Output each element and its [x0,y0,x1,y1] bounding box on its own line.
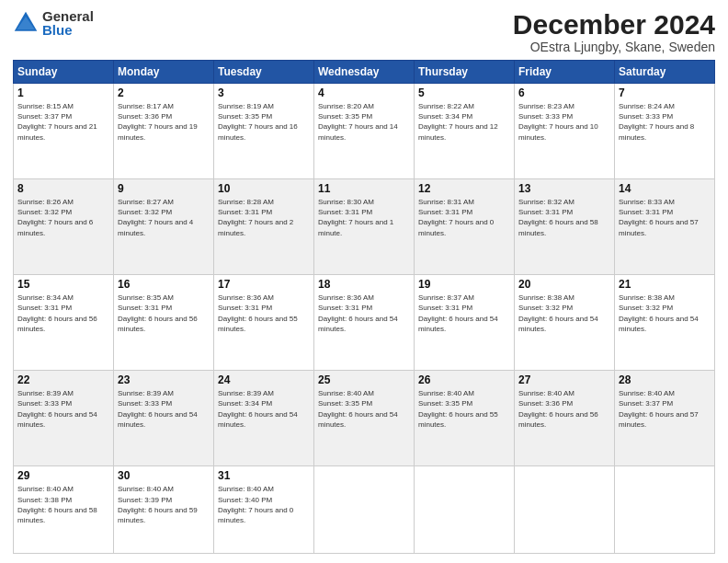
calendar-cell: 18Sunrise: 8:36 AMSunset: 3:31 PMDayligh… [314,275,415,371]
weekday-header-wednesday: Wednesday [314,61,415,84]
calendar-table: SundayMondayTuesdayWednesdayThursdayFrid… [13,60,715,554]
calendar-cell: 24Sunrise: 8:39 AMSunset: 3:34 PMDayligh… [214,371,314,466]
day-info: Sunrise: 8:17 AMSunset: 3:36 PMDaylight:… [118,101,210,143]
calendar-cell: 1Sunrise: 8:15 AMSunset: 3:37 PMDaylight… [14,84,114,179]
day-number: 17 [218,278,310,291]
day-number: 5 [418,86,510,99]
weekday-header-tuesday: Tuesday [214,61,314,84]
day-info: Sunrise: 8:40 AMSunset: 3:35 PMDaylight:… [318,388,410,430]
day-number: 30 [118,469,210,482]
calendar-cell: 23Sunrise: 8:39 AMSunset: 3:33 PMDayligh… [114,371,214,466]
calendar-cell: 30Sunrise: 8:40 AMSunset: 3:39 PMDayligh… [114,466,214,554]
day-number: 10 [218,182,310,195]
calendar-cell: 19Sunrise: 8:37 AMSunset: 3:31 PMDayligh… [415,275,515,371]
day-info: Sunrise: 8:24 AMSunset: 3:33 PMDaylight:… [619,101,711,143]
day-number: 14 [619,182,711,195]
calendar-cell: 2Sunrise: 8:17 AMSunset: 3:36 PMDaylight… [114,84,214,179]
day-info: Sunrise: 8:33 AMSunset: 3:31 PMDaylight:… [619,197,711,238]
day-number: 21 [619,278,711,291]
calendar-cell: 11Sunrise: 8:30 AMSunset: 3:31 PMDayligh… [314,179,415,275]
calendar-cell: 10Sunrise: 8:28 AMSunset: 3:31 PMDayligh… [214,179,314,275]
calendar-cell: 17Sunrise: 8:36 AMSunset: 3:31 PMDayligh… [214,275,314,371]
day-number: 6 [518,86,610,99]
day-number: 11 [318,182,410,195]
calendar-cell: 13Sunrise: 8:32 AMSunset: 3:31 PMDayligh… [515,179,615,275]
weekday-header-monday: Monday [114,61,214,84]
calendar-cell: 27Sunrise: 8:40 AMSunset: 3:36 PMDayligh… [515,371,615,466]
calendar-title: December 2024 [513,9,715,40]
calendar-cell [515,466,615,554]
day-number: 3 [218,86,310,99]
calendar-cell: 31Sunrise: 8:40 AMSunset: 3:40 PMDayligh… [214,466,314,554]
day-info: Sunrise: 8:31 AMSunset: 3:31 PMDaylight:… [418,197,510,238]
logo-general: General [42,9,94,23]
weekday-header-sunday: Sunday [14,61,114,84]
day-info: Sunrise: 8:35 AMSunset: 3:31 PMDaylight:… [118,293,210,334]
calendar-cell: 21Sunrise: 8:38 AMSunset: 3:32 PMDayligh… [615,275,715,371]
day-number: 12 [418,182,510,195]
logo-text: General Blue [42,9,94,37]
week-row-5: 29Sunrise: 8:40 AMSunset: 3:38 PMDayligh… [14,466,715,554]
calendar-cell: 26Sunrise: 8:40 AMSunset: 3:35 PMDayligh… [415,371,515,466]
day-info: Sunrise: 8:20 AMSunset: 3:35 PMDaylight:… [318,101,410,143]
day-number: 15 [17,278,109,291]
calendar-cell [615,466,715,554]
calendar-cell: 16Sunrise: 8:35 AMSunset: 3:31 PMDayligh… [114,275,214,371]
day-info: Sunrise: 8:15 AMSunset: 3:37 PMDaylight:… [17,101,109,143]
calendar-cell: 28Sunrise: 8:40 AMSunset: 3:37 PMDayligh… [615,371,715,466]
day-info: Sunrise: 8:36 AMSunset: 3:31 PMDaylight:… [318,293,410,334]
day-info: Sunrise: 8:40 AMSunset: 3:39 PMDaylight:… [118,484,210,525]
day-info: Sunrise: 8:28 AMSunset: 3:31 PMDaylight:… [218,197,310,238]
day-info: Sunrise: 8:27 AMSunset: 3:32 PMDaylight:… [118,197,210,238]
logo-icon [13,10,39,36]
calendar-cell: 20Sunrise: 8:38 AMSunset: 3:32 PMDayligh… [515,275,615,371]
day-info: Sunrise: 8:38 AMSunset: 3:32 PMDaylight:… [619,293,711,334]
day-number: 7 [619,86,711,99]
day-number: 19 [418,278,510,291]
day-info: Sunrise: 8:39 AMSunset: 3:33 PMDaylight:… [118,388,210,430]
day-number: 24 [218,373,310,386]
day-info: Sunrise: 8:26 AMSunset: 3:32 PMDaylight:… [17,197,109,238]
day-number: 22 [17,373,109,386]
logo: General Blue [13,9,94,37]
calendar-cell: 8Sunrise: 8:26 AMSunset: 3:32 PMDaylight… [14,179,114,275]
logo-blue: Blue [42,23,94,37]
day-info: Sunrise: 8:39 AMSunset: 3:34 PMDaylight:… [218,388,310,430]
day-info: Sunrise: 8:34 AMSunset: 3:31 PMDaylight:… [17,293,109,334]
day-info: Sunrise: 8:36 AMSunset: 3:31 PMDaylight:… [218,293,310,334]
calendar-cell: 4Sunrise: 8:20 AMSunset: 3:35 PMDaylight… [314,84,415,179]
calendar-cell: 29Sunrise: 8:40 AMSunset: 3:38 PMDayligh… [14,466,114,554]
week-row-1: 1Sunrise: 8:15 AMSunset: 3:37 PMDaylight… [14,84,715,179]
calendar-cell: 12Sunrise: 8:31 AMSunset: 3:31 PMDayligh… [415,179,515,275]
day-number: 25 [318,373,410,386]
weekday-header-friday: Friday [515,61,615,84]
calendar-subtitle: OEstra Ljungby, Skane, Sweden [513,40,715,54]
day-number: 27 [518,373,610,386]
day-info: Sunrise: 8:40 AMSunset: 3:36 PMDaylight:… [518,388,610,430]
day-number: 16 [118,278,210,291]
calendar-cell: 6Sunrise: 8:23 AMSunset: 3:33 PMDaylight… [515,84,615,179]
day-number: 28 [619,373,711,386]
week-row-3: 15Sunrise: 8:34 AMSunset: 3:31 PMDayligh… [14,275,715,371]
calendar-cell: 9Sunrise: 8:27 AMSunset: 3:32 PMDaylight… [114,179,214,275]
calendar-cell [314,466,415,554]
calendar-cell: 7Sunrise: 8:24 AMSunset: 3:33 PMDaylight… [615,84,715,179]
weekday-header-row: SundayMondayTuesdayWednesdayThursdayFrid… [14,61,715,84]
week-row-4: 22Sunrise: 8:39 AMSunset: 3:33 PMDayligh… [14,371,715,466]
day-number: 1 [17,86,109,99]
week-row-2: 8Sunrise: 8:26 AMSunset: 3:32 PMDaylight… [14,179,715,275]
weekday-header-thursday: Thursday [415,61,515,84]
day-number: 2 [118,86,210,99]
calendar-cell: 14Sunrise: 8:33 AMSunset: 3:31 PMDayligh… [615,179,715,275]
day-number: 31 [218,469,310,482]
page: General Blue December 2024 OEstra Ljungb… [0,0,728,563]
header: General Blue December 2024 OEstra Ljungb… [13,9,715,54]
day-info: Sunrise: 8:37 AMSunset: 3:31 PMDaylight:… [418,293,510,334]
day-number: 8 [17,182,109,195]
day-number: 29 [17,469,109,482]
day-info: Sunrise: 8:30 AMSunset: 3:31 PMDaylight:… [318,197,410,238]
calendar-cell: 5Sunrise: 8:22 AMSunset: 3:34 PMDaylight… [415,84,515,179]
day-info: Sunrise: 8:22 AMSunset: 3:34 PMDaylight:… [418,101,510,143]
calendar-cell [415,466,515,554]
day-info: Sunrise: 8:40 AMSunset: 3:38 PMDaylight:… [17,484,109,525]
